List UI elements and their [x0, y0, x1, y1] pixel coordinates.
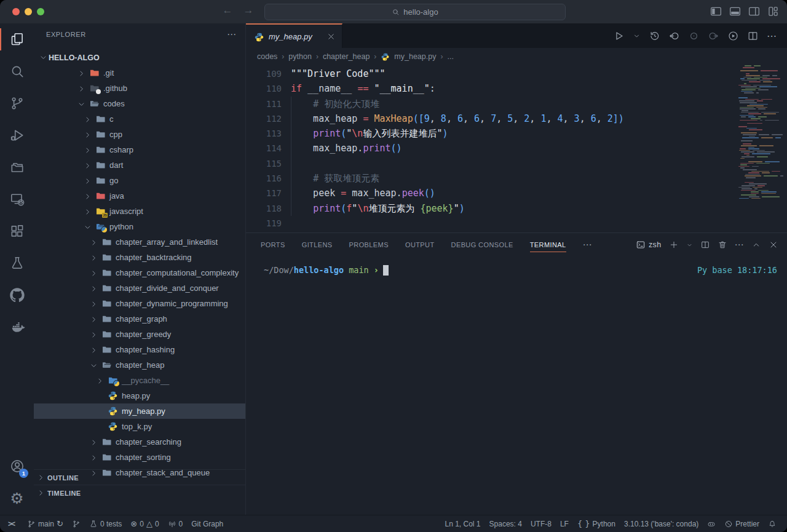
- tree-item-chapter-dynamic-programming[interactable]: chapter_dynamic_programming: [34, 296, 245, 311]
- code-line-119[interactable]: 119: [246, 216, 787, 231]
- tree-item-chapter-hashing[interactable]: chapter_hashing: [34, 342, 245, 357]
- toggle-panel-button[interactable]: [729, 5, 742, 18]
- activity-explorer[interactable]: [0, 23, 34, 55]
- tree-item-javascript[interactable]: JSjavascript: [34, 204, 245, 219]
- code-line-116[interactable]: 116 # 获取堆顶元素: [246, 171, 787, 186]
- panel-tab-problems[interactable]: PROBLEMS: [349, 233, 389, 256]
- code-line-117[interactable]: 117 peek = max_heap.peek(): [246, 186, 787, 200]
- status-eol[interactable]: LF: [556, 520, 573, 528]
- code-line-112[interactable]: 112 max_heap = MaxHeap([9, 8, 6, 6, 7, 5…: [246, 111, 787, 126]
- activity-extensions[interactable]: [0, 215, 34, 247]
- tree-item-dart[interactable]: dart: [34, 157, 245, 173]
- tree-item-c[interactable]: c: [34, 111, 245, 127]
- breadcrumb-item[interactable]: chapter_heap: [323, 52, 370, 61]
- tree-item-chapter-searching[interactable]: chapter_searching: [34, 434, 245, 450]
- tab-my-heap[interactable]: my_heap.py: [246, 23, 342, 48]
- panel-close-button[interactable]: [769, 240, 778, 250]
- breadcrumb-item[interactable]: python: [288, 52, 312, 61]
- status-prettier[interactable]: Prettier: [720, 520, 764, 528]
- tree-item-codes[interactable]: codes: [34, 96, 245, 111]
- activity-project-manager[interactable]: [0, 151, 34, 183]
- status-problems[interactable]: ⊗0△0: [126, 520, 163, 528]
- customize-layout-button[interactable]: [767, 5, 780, 18]
- timeline-section[interactable]: TIMELINE: [34, 485, 245, 501]
- navigate-forward-button[interactable]: →: [241, 4, 256, 17]
- toggle-sidebar-right-button[interactable]: [748, 5, 761, 18]
- tree-item-top-k-py[interactable]: top_k.py: [34, 419, 245, 434]
- panel-chev-down-button[interactable]: [686, 241, 693, 249]
- close-window-button[interactable]: [12, 8, 20, 15]
- tree-item-java[interactable]: java: [34, 188, 245, 204]
- breadcrumb-item[interactable]: my_heap.py: [394, 52, 436, 61]
- minimap[interactable]: [738, 65, 783, 205]
- tree-item-chapter-array-and-linkedlist[interactable]: chapter_array_and_linkedlist: [34, 234, 245, 250]
- status-gitlens[interactable]: [68, 520, 85, 528]
- run-button[interactable]: [613, 30, 625, 41]
- panel-split-button[interactable]: [700, 240, 710, 250]
- tree-item-python[interactable]: python: [34, 219, 245, 234]
- code-line-114[interactable]: 114 max_heap.print(): [246, 141, 787, 156]
- status-tests[interactable]: 0 tests: [85, 520, 126, 528]
- tree-item--pycache-[interactable]: __pycache__: [34, 373, 245, 388]
- tree-item--git[interactable]: .git: [34, 65, 245, 81]
- tree-item-chapter-backtracking[interactable]: chapter_backtracking: [34, 250, 245, 265]
- zoom-window-button[interactable]: [37, 8, 44, 15]
- tree-item-root[interactable]: HELLO-ALGO: [34, 50, 245, 65]
- status-indentation[interactable]: Spaces: 4: [485, 520, 526, 528]
- panel-chev-up-button[interactable]: [751, 240, 761, 250]
- tree-item-heap-py[interactable]: heap.py: [34, 388, 245, 403]
- activity-source-control[interactable]: [0, 87, 34, 119]
- breadcrumb-item[interactable]: codes: [257, 52, 277, 61]
- panel-more-actions-button[interactable]: ⋯: [735, 239, 744, 250]
- run-dropdown-button[interactable]: [633, 30, 641, 41]
- step-forward-button[interactable]: [708, 30, 719, 41]
- status-encoding[interactable]: UTF-8: [526, 520, 556, 528]
- run-all-button[interactable]: [727, 30, 739, 41]
- outline-section[interactable]: OUTLINE: [34, 469, 245, 485]
- breadcrumb-item[interactable]: ...: [447, 52, 453, 61]
- history-button[interactable]: [649, 30, 660, 41]
- activity-settings[interactable]: ⚙: [0, 482, 34, 514]
- status-language-mode[interactable]: { }Python: [573, 520, 620, 528]
- tree-item-my-heap-py[interactable]: my_heap.py: [34, 403, 245, 419]
- activity-search[interactable]: [0, 55, 34, 87]
- tree-item-chapter-heap[interactable]: chapter_heap: [34, 357, 245, 373]
- step-back-button[interactable]: [668, 30, 680, 41]
- panel-tab-output[interactable]: OUTPUT: [405, 233, 435, 256]
- toggle-sidebar-left-button[interactable]: [710, 5, 722, 18]
- remote-indicator[interactable]: ><: [4, 520, 23, 528]
- status-cursor-position[interactable]: Ln 1, Col 1: [440, 520, 484, 528]
- panel-tab-ports[interactable]: PORTS: [261, 233, 285, 256]
- code-line-113[interactable]: 113 print("\n输入列表并建堆后"): [246, 126, 787, 141]
- step-button[interactable]: [688, 30, 700, 41]
- tree-item-chapter-sorting[interactable]: chapter_sorting: [34, 450, 245, 465]
- tree-item-chapter-divide-and-conquer[interactable]: chapter_divide_and_conquer: [34, 280, 245, 296]
- panel-more-tabs-button[interactable]: ⋯: [583, 239, 593, 250]
- code-line-118[interactable]: 118 print(f"\n堆顶元素为 {peek}"): [246, 201, 787, 216]
- code-line-109[interactable]: 109"""Driver Code""": [246, 66, 787, 81]
- panel-trash-button[interactable]: [718, 240, 727, 250]
- code-line-115[interactable]: 115: [246, 156, 787, 171]
- tree-item-cpp[interactable]: cpp: [34, 127, 245, 142]
- panel-tab-debug-console[interactable]: DEBUG CONSOLE: [451, 233, 513, 256]
- activity-accounts[interactable]: 1: [0, 450, 34, 482]
- tree-item--github[interactable]: .github: [34, 81, 245, 96]
- tree-item-go[interactable]: go: [34, 173, 245, 188]
- status-git-branch[interactable]: main↻: [23, 520, 68, 528]
- status-notifications[interactable]: [764, 520, 781, 528]
- explorer-more-actions-button[interactable]: ⋯: [227, 29, 237, 40]
- tree-item-chapter-graph[interactable]: chapter_graph: [34, 311, 245, 327]
- status-ports[interactable]: 0: [164, 520, 188, 528]
- activity-remote-explorer[interactable]: [0, 183, 34, 215]
- tree-item-chapter-computational-complexity[interactable]: chapter_computational_complexity: [34, 265, 245, 280]
- panel-tab-gitlens[interactable]: GITLENS: [302, 233, 333, 256]
- status-copilot[interactable]: [703, 520, 720, 528]
- minimize-window-button[interactable]: [25, 8, 32, 15]
- panel-tab-terminal[interactable]: TERMINAL: [530, 233, 566, 256]
- more-actions-button[interactable]: ⋯: [767, 30, 777, 42]
- terminal[interactable]: ~/Dow/hello-algo main › Py base 18:17:16: [246, 256, 787, 276]
- tree-item-csharp[interactable]: csharp: [34, 142, 245, 157]
- activity-docker[interactable]: [0, 311, 34, 343]
- activity-run-and-debug[interactable]: [0, 119, 34, 151]
- tab-close-icon[interactable]: [326, 31, 336, 42]
